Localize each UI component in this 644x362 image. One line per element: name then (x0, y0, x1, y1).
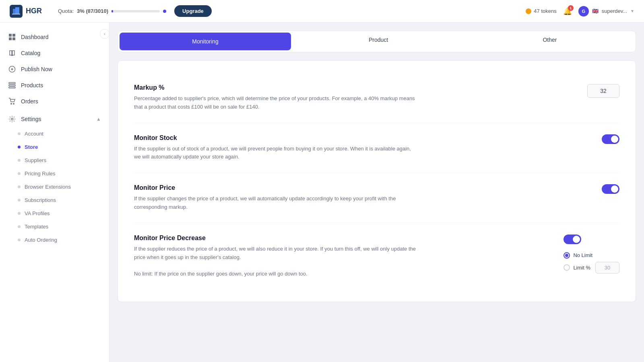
sidebar-item-catalog[interactable]: Catalog (0, 45, 109, 61)
monitor-stock-info: Monitor Stock If the supplier is out of … (134, 134, 416, 162)
sidebar-item-label: Products (21, 82, 43, 88)
quota-bar-fill (111, 10, 113, 12)
monitor-price-title: Monitor Price (134, 184, 416, 191)
sidebar-collapse-button[interactable]: ‹ (100, 29, 109, 39)
sidebar-item-account[interactable]: Account (0, 127, 109, 140)
main-content: Monitoring Product Other Markup % Percen… (109, 23, 644, 362)
sidebar-item-orders[interactable]: Orders (0, 93, 109, 109)
cart-icon (8, 97, 16, 105)
svg-rect-6 (9, 82, 15, 84)
upgrade-button[interactable]: Upgrade (174, 5, 212, 17)
sidebar-sub-label: Browser Extensions (25, 184, 71, 190)
sub-dot-icon (18, 199, 21, 202)
sidebar-sub-label: Templates (25, 224, 48, 230)
chevron-up-icon: ▲ (96, 116, 101, 122)
sidebar-sub-label: Store (25, 144, 38, 150)
markup-control (571, 84, 619, 98)
logo-text: HGR (26, 7, 42, 15)
sub-dot-icon (18, 132, 21, 135)
sidebar-sub-label: Pricing Rules (25, 171, 56, 177)
svg-point-11 (11, 118, 13, 120)
monitor-price-decrease-setting-row: Monitor Price Decrease If the supplier r… (134, 223, 619, 290)
chevron-down-icon: ▼ (630, 9, 634, 13)
toggle-thumb (611, 136, 618, 143)
sidebar-item-va-profiles[interactable]: VA Profiles (0, 207, 109, 220)
monitor-price-info: Monitor Price If the supplier changes th… (134, 184, 416, 212)
avatar: G (578, 6, 589, 16)
sidebar-sub-label: Suppliers (25, 157, 46, 163)
quota-label: Quota: (58, 8, 74, 14)
sub-dot-icon (18, 172, 21, 175)
quota-bar (111, 10, 160, 12)
logo-icon (10, 5, 23, 18)
sidebar: ‹ Dashboard Catalog Publish Now Products (0, 23, 109, 362)
plus-circle-icon (8, 65, 16, 73)
monitor-stock-setting-row: Monitor Stock If the supplier is out of … (134, 123, 619, 173)
sidebar-item-label: Orders (21, 98, 38, 105)
svg-rect-7 (9, 85, 15, 86)
tokens-badge: 47 tokens (526, 8, 556, 14)
markup-input[interactable] (587, 84, 619, 98)
sidebar-item-publish-now[interactable]: Publish Now (0, 61, 109, 77)
monitor-stock-desc: If the supplier is out of stock of a pro… (134, 145, 416, 162)
tab-monitoring[interactable]: Monitoring (120, 33, 291, 50)
monitor-price-toggle[interactable] (602, 184, 619, 194)
monitor-price-desc: If the supplier changes the price of a p… (134, 195, 416, 212)
sidebar-item-store[interactable]: Store (0, 140, 109, 154)
svg-rect-1 (9, 34, 12, 37)
sidebar-item-label: Publish Now (21, 66, 52, 72)
sidebar-item-auto-ordering[interactable]: Auto Ordering (0, 233, 109, 247)
monitor-price-decrease-toggle-wrapper (564, 234, 581, 244)
quota-dot (163, 10, 166, 13)
svg-rect-4 (12, 37, 15, 40)
sidebar-item-dashboard[interactable]: Dashboard (0, 29, 109, 45)
sub-dot-icon (18, 185, 21, 188)
markup-desc: Percentage added to supplier's price, wh… (134, 95, 416, 111)
settings-label-wrapper: Settings (8, 115, 41, 123)
markup-title: Markup % (134, 84, 416, 91)
settings-content-card: Markup % Percentage added to supplier's … (118, 60, 636, 302)
settings-section-header[interactable]: Settings ▲ (0, 111, 109, 127)
settings-label: Settings (21, 116, 41, 122)
settings-icon (8, 115, 16, 123)
sidebar-sub-label: Auto Ordering (25, 237, 57, 243)
monitor-stock-toggle[interactable] (602, 134, 619, 144)
svg-point-10 (13, 103, 14, 104)
flag-icon: 🇬🇧 (592, 8, 599, 14)
user-menu[interactable]: G 🇬🇧 superdev... ▼ (578, 6, 634, 16)
monitor-price-decrease-title: Monitor Price Decrease (134, 234, 416, 242)
tabs-bar: Monitoring Product Other (118, 31, 636, 52)
sidebar-item-products[interactable]: Products (0, 77, 109, 93)
settings-sub-items: Account Store Suppliers Pricing Rules Br… (0, 127, 109, 247)
tab-other[interactable]: Other (464, 31, 636, 52)
notifications-button[interactable]: 🔔 1 (563, 7, 572, 16)
logo: HGR (10, 5, 42, 18)
no-limit-label: No Limit (573, 252, 592, 258)
sub-dot-icon (18, 159, 21, 162)
sidebar-item-browser-extensions[interactable]: Browser Extensions (0, 180, 109, 193)
sub-dot-icon (18, 239, 21, 241)
sidebar-item-label: Catalog (21, 50, 40, 56)
sidebar-item-templates[interactable]: Templates (0, 220, 109, 233)
sidebar-item-pricing-rules[interactable]: Pricing Rules (0, 167, 109, 180)
monitor-stock-toggle-wrapper (602, 134, 619, 144)
monitor-price-decrease-info: Monitor Price Decrease If the supplier r… (134, 234, 416, 278)
monitor-price-decrease-control: No Limit Limit % (564, 234, 619, 274)
monitor-price-setting-row: Monitor Price If the supplier changes th… (134, 173, 619, 223)
toggle-thumb (573, 236, 580, 243)
monitor-stock-control (571, 134, 619, 144)
monitor-price-toggle-wrapper (602, 184, 619, 194)
sidebar-item-suppliers[interactable]: Suppliers (0, 154, 109, 167)
monitor-stock-title: Monitor Stock (134, 134, 416, 142)
markup-setting-row: Markup % Percentage added to supplier's … (134, 73, 619, 123)
sidebar-item-subscriptions[interactable]: Subscriptions (0, 193, 109, 207)
limit-percent-input[interactable] (595, 262, 619, 274)
monitor-price-decrease-toggle[interactable] (564, 234, 581, 244)
layout: ‹ Dashboard Catalog Publish Now Products (0, 23, 644, 362)
limit-radio[interactable] (564, 264, 570, 271)
markup-info: Markup % Percentage added to supplier's … (134, 84, 416, 111)
tab-product[interactable]: Product (293, 31, 464, 52)
no-limit-radio[interactable] (564, 252, 570, 259)
quota-value: 3% (87/3010) (77, 8, 108, 14)
monitor-price-decrease-desc: If the supplier reduces the price of a p… (134, 245, 416, 278)
